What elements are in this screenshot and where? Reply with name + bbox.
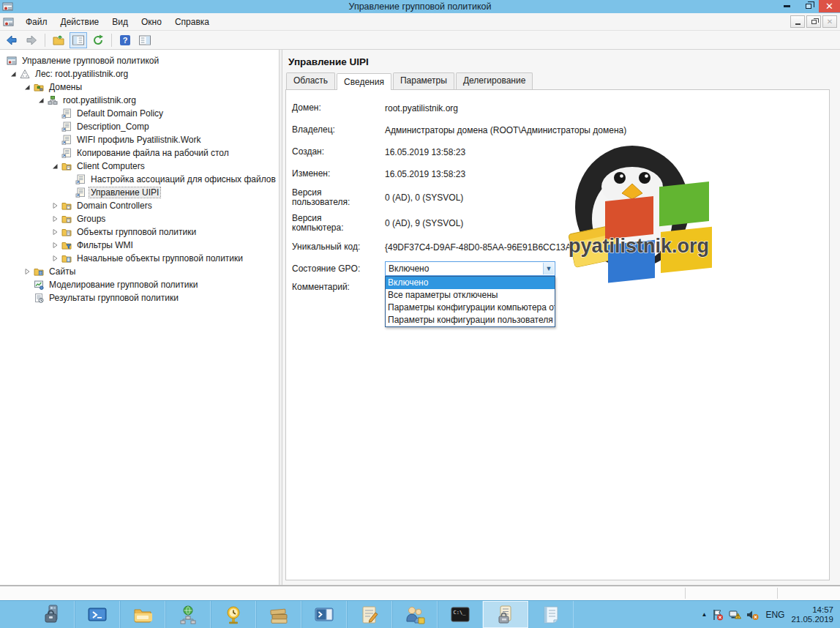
domain-icon (47, 95, 59, 105)
toolbar-separator (45, 34, 45, 47)
menu-окно[interactable]: Окно (135, 15, 168, 29)
taskbar-cmd-button[interactable]: C:\_ (438, 601, 483, 628)
child-close-button[interactable]: ✕ (822, 15, 837, 28)
help-icon[interactable]: ? (116, 32, 134, 48)
taskbar-powershell-ise-button[interactable] (301, 601, 347, 628)
menu-действие[interactable]: Действие (54, 15, 106, 29)
tree-item-domain-controllers[interactable]: Domain Controllers (0, 199, 279, 212)
menu-файл[interactable]: Файл (19, 15, 54, 29)
gpo-state-option-3[interactable]: Параметры конфигурации пользователя откл… (386, 314, 555, 326)
tree-item-groups[interactable]: Groups (0, 212, 279, 225)
comment-row: Комментарий: (292, 283, 822, 292)
volume-muted-icon[interactable] (746, 609, 759, 621)
modeling-icon (33, 280, 45, 290)
tree-item-сайты[interactable]: Сайты (0, 265, 279, 278)
taskbar-ad-sites-button[interactable] (165, 601, 211, 628)
taskbar-task-clock-button[interactable] (211, 601, 256, 628)
back-icon[interactable] (3, 32, 20, 48)
taskbar-books-button[interactable] (256, 601, 301, 628)
gpo-state-label: Состояние GPO: (292, 264, 374, 274)
close-button[interactable]: ✕ (819, 0, 840, 12)
expand-expander-icon[interactable] (49, 201, 61, 211)
collapse-expander-icon[interactable] (35, 95, 47, 105)
tree-item-default-domain-policy[interactable]: Default Domain Policy (0, 107, 279, 120)
tree-item-фильтры-wmi[interactable]: Фильтры WMI (0, 239, 279, 252)
tree-item-client-computers[interactable]: Client Computers (0, 160, 279, 173)
tree-item-root-pyatilistnik-org[interactable]: root.pyatilistnik.org (0, 94, 279, 107)
tray-chevron-icon[interactable]: ▲ (702, 611, 708, 618)
gpo-folder-icon (61, 227, 72, 237)
refresh-icon[interactable] (89, 32, 107, 48)
tree-item-label: Копирование файла на рабочий стол (75, 148, 230, 158)
restore-button[interactable] (798, 0, 819, 12)
network-status-icon[interactable] (729, 609, 741, 621)
expander-spacer (21, 280, 33, 290)
tree-item-label: Domain Controllers (75, 201, 154, 211)
ad-users-icon (405, 605, 425, 625)
taskbar-powershell-button[interactable] (75, 601, 120, 628)
gpo-state-combo-wrap: Включено ▼ ВключеноВсе параметры отключе… (385, 261, 555, 276)
menu-справка[interactable]: Справка (168, 15, 216, 29)
tree-item-домены[interactable]: Домены (0, 81, 279, 94)
minimize-button[interactable] (776, 0, 798, 12)
child-minimize-button[interactable] (790, 15, 805, 28)
collapse-expander-icon[interactable] (21, 82, 33, 92)
field-value: 16.05.2019 13:58:23 (385, 147, 465, 157)
tree-item-результаты-групповой-политики[interactable]: Результаты групповой политики (0, 291, 279, 304)
page-title: Управление UIPI (282, 50, 840, 72)
tab-делегирование[interactable]: Делегирование (456, 72, 533, 89)
chevron-down-icon[interactable]: ▼ (543, 263, 554, 274)
tree-item-объекты-групповой-политики[interactable]: Объекты групповой политики (0, 225, 279, 239)
tree-item-моделирование-групповой-политики[interactable]: Моделирование групповой политики (0, 278, 279, 291)
expand-expander-icon[interactable] (49, 214, 61, 224)
language-indicator[interactable]: ENG (765, 610, 784, 620)
taskbar-clock[interactable]: 14:57 21.05.2019 (791, 605, 833, 624)
tree-item-управление-uipi[interactable]: Управление UIPI (0, 186, 279, 199)
collapse-expander-icon[interactable] (49, 161, 61, 171)
tab-параметры[interactable]: Параметры (393, 72, 454, 89)
taskbar-server-manager-button[interactable] (29, 601, 75, 628)
show-action-pane-icon[interactable] (136, 32, 154, 48)
tree-item-description-comp[interactable]: Description_Comp (0, 120, 279, 133)
gpo-state-option-2[interactable]: Параметры конфигурации компьютера отключ… (386, 302, 555, 314)
gpo-state-option-0[interactable]: Включено (386, 277, 555, 289)
field-label: Версия компьютера: (292, 214, 374, 233)
expand-expander-icon[interactable] (49, 240, 61, 250)
show-console-tree-icon[interactable] (70, 32, 87, 48)
tree-item-управление-групповой-политикой[interactable]: Управление групповой политикой (0, 54, 279, 67)
wmi-folder-icon (61, 240, 72, 250)
clock-time: 14:57 (791, 605, 833, 615)
expand-expander-icon[interactable] (21, 266, 33, 277)
tree-item-копирование-файла-на-рабочий-стол[interactable]: Копирование файла на рабочий стол (0, 146, 279, 160)
field-row-2: Создан:16.05.2019 13:58:23 (292, 144, 822, 160)
expander-spacer (63, 187, 75, 198)
tree-item-лес-root-pyatilistnik-org[interactable]: Лес: root.pyatilistnik.org (0, 67, 279, 81)
forward-icon[interactable] (23, 32, 40, 48)
titlebar[interactable]: Управление групповой политикой ✕ (0, 0, 840, 13)
taskbar-notepad-button[interactable] (528, 601, 574, 628)
menu-вид[interactable]: Вид (105, 15, 135, 29)
tree-item-начальные-объекты-групповой-политики[interactable]: Начальные объекты групповой политики (0, 252, 279, 265)
child-restore-button[interactable] (806, 15, 821, 28)
tab-область[interactable]: Область (286, 72, 335, 89)
tree-item-wifi-профиль-pyatilistnik-work[interactable]: WIFI профиль Pyatilistnik.Work (0, 133, 279, 146)
field-label: Изменен: (292, 169, 374, 179)
expand-expander-icon[interactable] (49, 227, 61, 237)
expand-expander-icon[interactable] (49, 253, 61, 263)
taskbar-edit-pad-button[interactable] (347, 601, 392, 628)
desktop: Управление групповой политикой ✕ ФайлДей… (0, 0, 840, 628)
action-center-flag-icon[interactable] (712, 609, 724, 621)
starter-folder-icon (61, 253, 72, 263)
field-value: 0 (AD), 0 (SYSVOL) (385, 192, 463, 203)
taskbar-gpmc-button[interactable] (483, 601, 528, 628)
gpo-state-combobox[interactable]: Включено ▼ (385, 261, 555, 276)
taskbar-file-explorer-button[interactable] (120, 601, 165, 628)
taskbar-ad-users-button[interactable] (392, 601, 438, 628)
details-tab-page: Домен:root.pyatilistnik.orgВладелец:Адми… (285, 89, 830, 580)
gpo-state-option-1[interactable]: Все параметры отключены (386, 289, 555, 302)
collapse-expander-icon[interactable] (7, 69, 19, 79)
gpo-icon (61, 122, 72, 132)
tab-сведения[interactable]: Сведения (337, 73, 391, 90)
export-list-icon[interactable] (50, 32, 67, 48)
tree-item-настройка-ассоциаций-для-офисных-файлов[interactable]: Настройка ассоциаций для офисных файлов (0, 173, 279, 186)
